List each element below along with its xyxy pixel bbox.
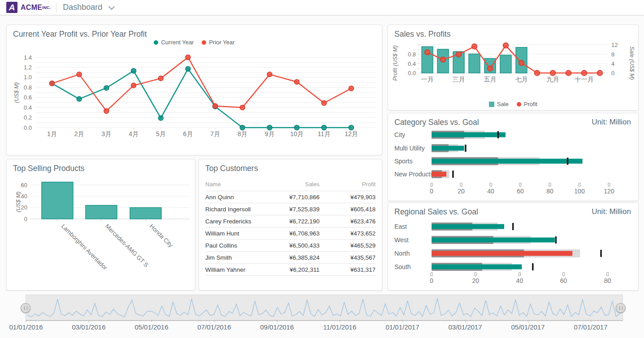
card-top-customers: Top Customers Name Sales Profit Ann Quin…	[199, 159, 382, 291]
timeline-tick	[402, 320, 403, 322]
top-customers-table: Name Sales Profit Ann Quinn¥7,710,866¥47…	[205, 177, 376, 276]
svg-text:5月: 5月	[156, 130, 166, 137]
table-row[interactable]: Paul Collins¥6,500,433¥465,529	[205, 240, 376, 252]
handle-grip-icon	[24, 306, 27, 310]
customer-name: Ann Quinn	[205, 194, 259, 201]
customer-name: Jim Smith	[205, 254, 259, 261]
timeline-date-label: 01/01/2017	[371, 323, 434, 331]
handle-grip-icon	[619, 306, 622, 310]
timeline-tick	[528, 320, 528, 322]
legend-item[interactable]: Profit	[517, 101, 537, 107]
category-goal-chart: CityMulti UtilitySportsNew Products02040…	[388, 113, 638, 201]
svg-text:0: 0	[430, 188, 433, 195]
svg-text:(US$ M): (US$ M)	[13, 82, 20, 103]
svg-text:三月: 三月	[453, 76, 465, 83]
app-bar: A ACME INC. Dashboard	[0, 0, 644, 16]
svg-text:100: 100	[574, 188, 585, 195]
customer-sales: ¥7,710,866	[259, 194, 320, 201]
svg-text:九月: 九月	[547, 76, 559, 83]
brand-name: ACME	[21, 4, 42, 12]
time-range-slider-track[interactable]	[26, 295, 623, 321]
range-handle-right[interactable]	[616, 303, 626, 313]
svg-text:40: 40	[516, 277, 523, 284]
svg-text:East: East	[394, 223, 407, 230]
customer-profit: ¥465,529	[320, 242, 376, 249]
svg-text:(US$ M): (US$ M)	[15, 192, 22, 213]
timeline-date-label: 03/01/2016	[57, 323, 120, 331]
svg-text:十一月: 十一月	[575, 76, 594, 83]
chevron-down-icon[interactable]	[108, 3, 115, 9]
timeline-date-label: 05/01/2017	[497, 323, 559, 331]
timeline-tick	[26, 320, 26, 322]
svg-text:120: 120	[604, 188, 614, 195]
customer-profit: ¥473,652	[320, 230, 376, 237]
svg-text:8: 8	[611, 51, 614, 58]
svg-text:City: City	[394, 131, 405, 138]
range-handle-left[interactable]	[21, 303, 30, 313]
header-divider	[56, 3, 56, 13]
legend-item[interactable]: Sale	[489, 101, 509, 107]
svg-text:Sale (US$ M): Sale (US$ M)	[629, 46, 635, 80]
svg-text:9月: 9月	[265, 130, 275, 137]
col-profit: Profit	[320, 181, 376, 188]
customer-name: Richard Ingersoll	[205, 206, 259, 213]
svg-text:40: 40	[21, 193, 27, 200]
customer-name: William Yahner	[205, 266, 259, 273]
customer-name: William Hunt	[205, 230, 259, 237]
top-customers-title: Top Customers	[205, 164, 258, 173]
svg-text:New Products: New Products	[394, 171, 433, 178]
svg-text:Multi Utility: Multi Utility	[394, 145, 425, 152]
timeline-tick	[89, 320, 89, 322]
svg-text:1.4: 1.4	[24, 54, 32, 61]
customer-profit: ¥631,317	[320, 266, 376, 273]
card-sales-profits: Sales vs. Profits 0.00.40.804812一月三月五月七月…	[388, 25, 639, 111]
svg-text:0.6: 0.6	[24, 94, 32, 101]
sales-profits-legend: SaleProfit	[388, 101, 638, 107]
svg-text:1.0: 1.0	[24, 74, 32, 81]
dashboard-selector[interactable]: Dashboard	[63, 3, 102, 12]
regional-goal-chart: EastWestNorthSouth020406080	[388, 203, 638, 290]
table-row[interactable]: Jim Smith¥6,385,824¥435,567	[205, 252, 376, 264]
customer-sales: ¥6,708,963	[259, 230, 320, 237]
dashboard-page: A ACME INC. Dashboard Current Year Profi…	[0, 0, 644, 338]
svg-text:7月: 7月	[210, 130, 220, 137]
table-row[interactable]: Ann Quinn¥7,710,866¥479,903	[205, 191, 376, 203]
customer-profit: ¥435,567	[320, 254, 376, 261]
svg-text:60: 60	[21, 182, 27, 188]
table-row[interactable]: Carey Fredericks¥6,722,190¥623,476	[205, 215, 376, 227]
svg-text:一月: 一月	[421, 76, 434, 83]
top-products-chart: 0204060(US$ M)Lamborghini AventadorMerce…	[7, 159, 195, 290]
svg-text:0.8: 0.8	[24, 84, 32, 91]
svg-text:80: 80	[604, 277, 611, 284]
customer-sales: ¥6,202,311	[259, 266, 320, 273]
svg-text:1月: 1月	[47, 130, 57, 137]
svg-text:0: 0	[611, 70, 614, 77]
card-top-products: Top Selling Products 0204060(US$ M)Lambo…	[6, 159, 195, 291]
table-row[interactable]: William Hunt¥6,708,963¥473,652	[205, 227, 376, 240]
customer-name: Carey Fredericks	[205, 218, 259, 225]
table-header-row: Name Sales Profit	[205, 177, 376, 191]
svg-text:40: 40	[487, 188, 494, 195]
timeline-date-label: 01/01/2016	[0, 323, 57, 331]
table-row[interactable]: William Yahner¥6,202,311¥631,317	[205, 264, 376, 276]
svg-text:11月: 11月	[318, 130, 331, 137]
timeline-date-label: 07/01/2016	[183, 323, 246, 331]
acme-logo-icon: A	[6, 2, 17, 13]
timeline-date-label: 03/01/2017	[434, 323, 497, 331]
timeline-tick	[465, 320, 466, 322]
table-row[interactable]: Richard Ingersoll¥7,525,839¥605,418	[205, 203, 376, 215]
svg-text:0: 0	[430, 277, 433, 284]
svg-text:0.4: 0.4	[24, 104, 32, 111]
brand-suffix: INC.	[42, 5, 51, 10]
svg-text:60: 60	[560, 277, 567, 284]
svg-text:South: South	[394, 263, 411, 270]
svg-text:0.0: 0.0	[24, 124, 32, 131]
svg-text:2月: 2月	[74, 130, 84, 137]
svg-text:Sports: Sports	[394, 158, 412, 165]
customer-profit: ¥623,476	[320, 218, 376, 225]
timeline-date-label: 05/01/2016	[120, 323, 183, 331]
timeline-date-label: 09/01/2016	[246, 323, 308, 331]
timeline-tick	[151, 320, 152, 322]
svg-text:五月: 五月	[484, 76, 497, 83]
svg-text:10月: 10月	[290, 130, 304, 137]
